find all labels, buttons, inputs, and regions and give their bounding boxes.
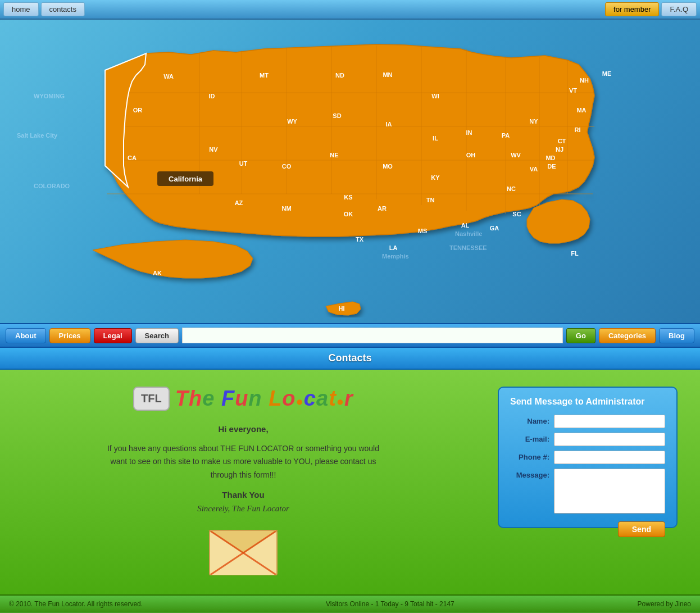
message-label: Message: <box>510 469 549 479</box>
home-button[interactable]: home <box>3 2 39 16</box>
welcome-text: Hi everyone, If you have any questions a… <box>103 422 384 516</box>
envelope-area <box>207 522 280 578</box>
for-member-button[interactable]: for member <box>605 2 659 16</box>
email-label: E-mail: <box>510 433 549 443</box>
content-area: TFL The Fun Lo●cat●r Hi everyone, If you… <box>0 370 700 594</box>
categories-button[interactable]: Categories <box>599 328 656 343</box>
envelope-icon <box>207 522 280 575</box>
tfl-text: TFL <box>141 392 162 405</box>
blog-button[interactable]: Blog <box>659 328 694 343</box>
search-input[interactable] <box>182 328 563 343</box>
footer-visitors: Visitors Online - 1 Today - 9 Total hit … <box>326 600 454 608</box>
us-map-svg[interactable]: WA OR CA ID NV UT AZ MT WY CO NM ND SD N… <box>45 37 663 317</box>
california-label: California <box>169 175 203 183</box>
contact-form-area: Send Message to Administrator Name: E-ma… <box>498 387 678 578</box>
form-box: Send Message to Administrator Name: E-ma… <box>498 387 678 528</box>
footer: © 2010. The Fun Locator. All rights rese… <box>0 594 700 612</box>
go-button[interactable]: Go <box>566 328 596 343</box>
message-row: Message: <box>510 469 665 514</box>
phone-input[interactable] <box>554 451 665 464</box>
state-la[interactable]: LA <box>389 244 398 251</box>
logo-full-text: The Fun Lo●cat●r <box>175 387 353 411</box>
form-title: Send Message to Administrator <box>510 397 665 407</box>
legal-button[interactable]: Legal <box>94 328 132 343</box>
send-button[interactable]: Send <box>618 521 665 537</box>
state-me[interactable]: ME <box>602 70 612 77</box>
email-row: E-mail: <box>510 433 665 446</box>
sincerely-text: Sincerely, The Fun Locator <box>103 502 384 516</box>
phone-row: Phone #: <box>510 451 665 464</box>
logo-area: TFL The Fun Lo●cat●r <box>133 387 353 411</box>
email-input[interactable] <box>554 433 665 446</box>
name-row: Name: <box>510 415 665 428</box>
search-label: Search <box>135 328 179 343</box>
tfl-box: TFL <box>133 387 170 411</box>
body-text: If you have any questions about THE FUN … <box>103 442 384 482</box>
top-navigation: home contacts for member F.A.Q <box>0 0 700 20</box>
left-content: TFL The Fun Lo●cat●r Hi everyone, If you… <box>22 387 464 578</box>
contacts-button[interactable]: contacts <box>41 2 85 16</box>
state-fl[interactable]: FL <box>571 250 579 257</box>
footer-powered: Powered by Jineo <box>638 600 691 608</box>
map-section: WYOMING COLORADO Green Bay MICHIGAN Salt… <box>0 20 700 323</box>
nav-left: home contacts <box>3 2 603 16</box>
thank-you-text: Thank You <box>103 488 384 502</box>
footer-copyright: © 2010. The Fun Locator. All rights rese… <box>9 600 143 608</box>
hi-text: Hi everyone, <box>103 422 384 437</box>
prices-button[interactable]: Prices <box>49 328 90 343</box>
about-button[interactable]: About <box>6 328 46 343</box>
state-sc[interactable]: SC <box>512 211 521 217</box>
name-label: Name: <box>510 415 549 425</box>
state-ga[interactable]: GA <box>490 225 499 231</box>
state-tx[interactable]: TX <box>356 236 364 243</box>
message-textarea[interactable] <box>554 469 665 514</box>
contacts-title: Contacts <box>328 352 371 364</box>
phone-label: Phone #: <box>510 451 549 461</box>
contacts-bar: Contacts <box>0 348 700 370</box>
name-input[interactable] <box>554 415 665 428</box>
faq-button[interactable]: F.A.Q <box>661 2 697 16</box>
toolbar: About Prices Legal Search Go Categories … <box>0 323 700 348</box>
